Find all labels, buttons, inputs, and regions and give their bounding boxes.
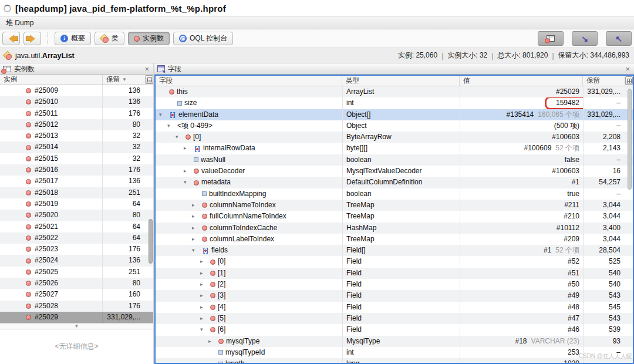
column-settings-button[interactable]	[146, 75, 153, 84]
expander-closed-icon[interactable]: ▸	[192, 211, 200, 222]
instance-id-cell: #25024	[0, 255, 102, 266]
expander-closed-icon[interactable]: ▸	[200, 256, 208, 267]
expander-closed-icon[interactable]: ▸	[184, 166, 191, 177]
instance-icon	[26, 145, 31, 150]
expander-closed-icon[interactable]: ▸	[200, 290, 208, 301]
instance-row[interactable]: #2502680	[0, 278, 153, 289]
details-splitter[interactable]: ▼	[0, 323, 153, 329]
instance-row[interactable]: #25028176	[0, 301, 153, 312]
instance-row[interactable]: #25025251	[0, 267, 153, 278]
field-retained-cell: 54,257	[583, 177, 625, 188]
instance-icon	[202, 214, 207, 219]
column-field[interactable]: 字段	[156, 76, 342, 86]
expander-open-icon[interactable]: ▾	[192, 245, 200, 256]
field-row[interactable]: mysqlTypeIdint253–	[156, 347, 633, 358]
field-row[interactable]: ▾fieldsField[]#152 个项28,504	[156, 245, 633, 256]
field-row[interactable]: ▸[5]Field#47543	[156, 313, 633, 324]
instance-row[interactable]: #25017136	[0, 176, 153, 187]
field-row[interactable]: ▸internalRowDatabyte[][]#10060952 个项2,14…	[156, 143, 633, 154]
field-row[interactable]: ▾elementDataObject[]#135414160,065 个项331…	[156, 109, 633, 120]
forward-button[interactable]	[23, 32, 41, 45]
expander-closed-icon[interactable]: ▸	[208, 336, 216, 347]
instance-row[interactable]: #25011176	[0, 108, 153, 119]
instance-row[interactable]: #2502264	[0, 232, 153, 244]
expander-closed-icon[interactable]: ▸	[200, 302, 208, 313]
instance-row[interactable]: #25018251	[0, 187, 153, 198]
instance-row[interactable]: #25029331,029,...	[0, 312, 153, 323]
expander-closed-icon[interactable]: ▸	[200, 279, 208, 290]
field-row[interactable]: lengthlong1020	[156, 358, 633, 363]
stat-label: 总大小:	[497, 51, 522, 59]
column-retained[interactable]: 保留	[582, 76, 625, 86]
field-row[interactable]: ▸[3]Field#49543	[156, 290, 633, 301]
back-button[interactable]	[2, 32, 20, 45]
tab-heap-dump[interactable]: 堆 Dump	[6, 18, 33, 28]
field-row[interactable]: ▾[6]Field#46539	[156, 324, 633, 335]
instance-row[interactable]: #2501280	[0, 119, 153, 130]
expander-closed-icon[interactable]: ▸	[192, 234, 200, 245]
field-row[interactable]: ▸[2]Field#50540	[156, 279, 633, 290]
close-icon[interactable]: ×	[624, 65, 631, 73]
show-references-button[interactable]: ↖	[606, 31, 632, 46]
instance-row[interactable]: #25016176	[0, 164, 153, 176]
field-row[interactable]: ▸columnToIndexCacheHashMap#101123,400	[156, 223, 633, 234]
expander-open-icon[interactable]: ▾	[176, 132, 183, 143]
jump-to-instance-button[interactable]: ↘	[572, 31, 598, 46]
expander-open-icon[interactable]: ▾	[167, 120, 175, 132]
vertical-scrollbar-thumb[interactable]	[149, 219, 153, 264]
expander-open-icon[interactable]: ▾	[200, 324, 208, 335]
instance-retained: 176	[102, 164, 145, 176]
field-row[interactable]: thisArrayList#25029331,029,...	[156, 86, 633, 97]
instance-icon	[186, 134, 191, 140]
instance-row[interactable]: #2501532	[0, 153, 153, 164]
column-retained[interactable]: 保留▼	[102, 75, 145, 85]
expander-open-icon[interactable]: ▾	[159, 109, 167, 120]
expander-open-icon[interactable]: ▾	[184, 177, 191, 188]
instance-row[interactable]: #2501332	[0, 130, 153, 141]
expander-closed-icon[interactable]: ▸	[192, 223, 200, 234]
classes-button[interactable]: 类	[95, 32, 124, 45]
instance-row[interactable]: #2502080	[0, 210, 153, 221]
field-row[interactable]: ▸columnLabelToIndexTreeMap#2093,044	[156, 234, 633, 245]
instance-row[interactable]: #2501964	[0, 198, 153, 210]
instance-row[interactable]: #2502164	[0, 221, 153, 232]
oql-console-button[interactable]: OQL 控制台	[173, 32, 233, 45]
field-row[interactable]: ▸fullColumnNameToIndexTreeMap#2103,044	[156, 211, 633, 222]
field-row[interactable]: ▸valueDecoderMysqlTextValueDecoder#10060…	[156, 166, 633, 177]
instance-row[interactable]: #25023176	[0, 244, 153, 255]
field-row[interactable]: ▸mysqlTypeMysqlType#18VARCHAR (23)93	[156, 336, 633, 347]
instances-button[interactable]: 实例数	[128, 32, 170, 45]
expander-closed-icon[interactable]: ▸	[192, 200, 200, 211]
field-row[interactable]: sizeint159482–	[156, 97, 633, 109]
instance-id: #25028	[35, 301, 58, 312]
field-type-cell: TreeMap	[342, 211, 460, 222]
instances-view-button[interactable]	[538, 31, 564, 46]
instance-retained: 64	[102, 221, 145, 232]
column-type[interactable]: 类型	[342, 76, 459, 86]
instance-row[interactable]: #25009136	[0, 85, 153, 96]
field-row[interactable]: ▸[1]Field#51540	[156, 268, 633, 279]
field-row[interactable]: ▾metadataDefaultColumnDefinition#154,257	[156, 177, 633, 188]
vertical-scrollbar-thumb[interactable]	[628, 89, 632, 190]
instance-row[interactable]: #2501432	[0, 141, 153, 153]
column-value[interactable]: 值	[459, 76, 582, 86]
instance-row[interactable]: #25010136	[0, 96, 153, 107]
field-row[interactable]: wasNullbooleanfalse–	[156, 154, 633, 166]
expander-closed-icon[interactable]: ▸	[184, 143, 191, 154]
column-settings-button[interactable]	[625, 76, 633, 85]
field-row[interactable]: ▸columnNameToIndexTreeMap#2113,044	[156, 200, 633, 211]
expander-closed-icon[interactable]: ▸	[200, 313, 208, 324]
field-row[interactable]: ▸[4]Field#48545	[156, 302, 633, 313]
summary-button[interactable]: 概要	[55, 32, 91, 45]
column-instance[interactable]: 实例	[0, 75, 102, 85]
field-row[interactable]: ▾<项 0-499>Object(500 项)–	[156, 120, 633, 132]
close-icon[interactable]: ×	[143, 65, 150, 73]
field-row[interactable]: ▾[0]ByteArrayRow#1006032,208	[156, 132, 633, 143]
field-label: columnLabelToIndex	[210, 234, 274, 245]
field-row[interactable]: builtIndexMappingbooleantrue–	[156, 188, 633, 200]
instance-row[interactable]: #25024136	[0, 255, 153, 266]
instance-row[interactable]: #25027160	[0, 289, 153, 300]
expander-closed-icon[interactable]: ▸	[200, 268, 208, 279]
array-icon	[194, 146, 201, 152]
field-row[interactable]: ▸[0]Field#52525	[156, 256, 633, 267]
